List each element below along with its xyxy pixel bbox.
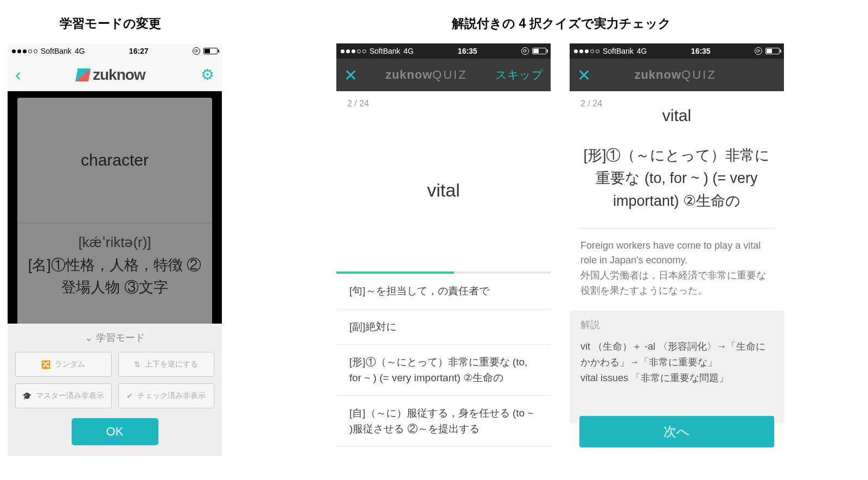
option-hide-mastered[interactable]: 🎓 マスター済み非表示: [15, 383, 112, 408]
study-body: character [kǽˈriktə(r)] [名]①性格，人格，特徴 ②登場…: [8, 91, 222, 456]
phone-quiz-answer: SoftBank 4G 16:35 ⟳ ✕ zuknowQUIZ 2 / 24 …: [570, 43, 784, 456]
rotation-lock-icon: ⟳: [755, 47, 762, 55]
quiz-header: ✕ zuknowQUIZ: [570, 59, 784, 91]
carrier-label: SoftBank: [41, 47, 72, 55]
quiz-body: 2 / 24 vital [句]～を担当して，の責任者で [副]絶対に [形]①…: [336, 91, 551, 456]
close-button[interactable]: ✕: [577, 66, 591, 85]
next-button[interactable]: 次へ: [579, 416, 774, 447]
example-en: Foreign workers have come to play a vita…: [580, 238, 773, 269]
graduation-cap-icon: 🎓: [22, 391, 31, 400]
quiz-logo-name: zuknow: [385, 68, 432, 81]
answer-definition: [形]①（～にとって）非常に重要な (to, for ~ ) (= very i…: [570, 125, 784, 228]
explanation-box: 解説 vit （生命）＋ -al 〈形容詞化〉→「生命にかかわる」→「非常に重要…: [570, 311, 784, 424]
answer-word: vital: [570, 106, 784, 125]
sheet-title-row[interactable]: ⌄ 学習モード: [15, 331, 214, 344]
status-bar: SoftBank 4G 16:35 ⟳: [336, 43, 551, 59]
app-name: zuknow: [93, 66, 145, 84]
battery-icon: [203, 48, 218, 54]
quiz-logo: zuknowQUIZ: [385, 68, 467, 82]
signal-dots-icon: [574, 49, 599, 53]
quiz-logo-name: zuknow: [634, 68, 681, 81]
option-hide-checked[interactable]: ✔ チェック済み非表示: [118, 383, 215, 408]
quiz-logo-suffix: QUIZ: [681, 68, 717, 81]
quiz-progress: 2 / 24: [336, 91, 551, 109]
quiz-logo-suffix: QUIZ: [432, 68, 468, 81]
option-random[interactable]: 🔀 ランダム: [15, 352, 112, 377]
phone-learn-mode: SoftBank 4G 16:27 ⟳ ‹ zuknow ⚙ character…: [8, 43, 222, 456]
flip-icon: ⇅: [134, 360, 141, 369]
shuffle-icon: 🔀: [41, 360, 50, 369]
answer-body: 2 / 24 vital [形]①（～にとって）非常に重要な (to, for …: [570, 91, 784, 456]
rotation-lock-icon: ⟳: [193, 47, 200, 55]
option-hide-mastered-label: マスター済み非表示: [36, 391, 104, 401]
logo-mark-icon: [75, 68, 91, 81]
app-header: ‹ zuknow ⚙: [8, 59, 222, 91]
rotation-lock-icon: ⟳: [521, 47, 529, 55]
quiz-header: ✕ zuknowQUIZ スキップ: [336, 59, 551, 91]
carrier-label: SoftBank: [369, 47, 400, 55]
signal-dots-icon: [341, 49, 366, 53]
quiz-choice-3[interactable]: [形]①（～にとって）非常に重要な (to, for ~ ) (= very i…: [336, 345, 551, 396]
option-random-label: ランダム: [55, 359, 85, 369]
phone-quiz-question: SoftBank 4G 16:35 ⟳ ✕ zuknowQUIZ スキップ 2 …: [336, 43, 551, 456]
quiz-choice-1[interactable]: [句]～を担当して，の責任者で: [336, 274, 551, 310]
back-button[interactable]: ‹: [15, 65, 21, 85]
learn-mode-sheet: ⌄ 学習モード 🔀 ランダム ⇅ 上下を逆にする 🎓 マスター済み非表示 ✔: [8, 324, 222, 456]
clock: 16:35: [691, 47, 711, 55]
settings-button[interactable]: ⚙: [201, 66, 214, 84]
caption-left: 学習モードの変更: [60, 15, 161, 32]
network-label: 4G: [404, 47, 414, 55]
explanation-label: 解説: [580, 318, 773, 331]
signal-dots-icon: [12, 49, 37, 53]
network-label: 4G: [75, 47, 85, 55]
app-logo: zuknow: [76, 66, 145, 84]
gear-icon: ⚙: [201, 66, 214, 83]
close-button[interactable]: ✕: [344, 66, 358, 85]
quiz-logo: zuknowQUIZ: [634, 68, 716, 82]
option-flip[interactable]: ⇅ 上下を逆にする: [118, 352, 215, 377]
chevron-down-icon: ⌄: [85, 332, 93, 344]
network-label: 4G: [637, 47, 647, 55]
status-bar: SoftBank 4G 16:35 ⟳: [570, 43, 784, 59]
skip-button[interactable]: スキップ: [495, 67, 543, 83]
clock: 16:27: [129, 47, 149, 55]
example-sentence: Foreign workers have come to play a vita…: [570, 229, 784, 304]
status-bar: SoftBank 4G 16:27 ⟳: [8, 43, 222, 59]
ok-button[interactable]: OK: [72, 418, 158, 445]
clock: 16:35: [458, 47, 477, 55]
sheet-title: 学習モード: [96, 331, 145, 344]
check-icon: ✔: [126, 391, 133, 400]
quiz-choice-4[interactable]: [自]（～に）服従する，身を任せる (to ~ )服従させる ②～を提出する: [336, 396, 551, 447]
option-hide-checked-label: チェック済み非表示: [137, 391, 206, 401]
quiz-word: vital: [336, 109, 551, 271]
quiz-choice-2[interactable]: [副]絶対に: [336, 310, 551, 345]
explanation-body: vit （生命）＋ -al 〈形容詞化〉→「生命にかかわる」→「非常に重要な」 …: [580, 339, 773, 386]
carrier-label: SoftBank: [603, 47, 634, 55]
battery-icon: [765, 48, 780, 54]
example-jp: 外国人労働者は，日本経済で非常に重要な役割を果たすようになった。: [580, 268, 773, 299]
battery-icon: [532, 48, 546, 54]
option-flip-label: 上下を逆にする: [145, 359, 198, 369]
caption-right: 解説付きの 4 択クイズで実力チェック: [445, 15, 678, 32]
